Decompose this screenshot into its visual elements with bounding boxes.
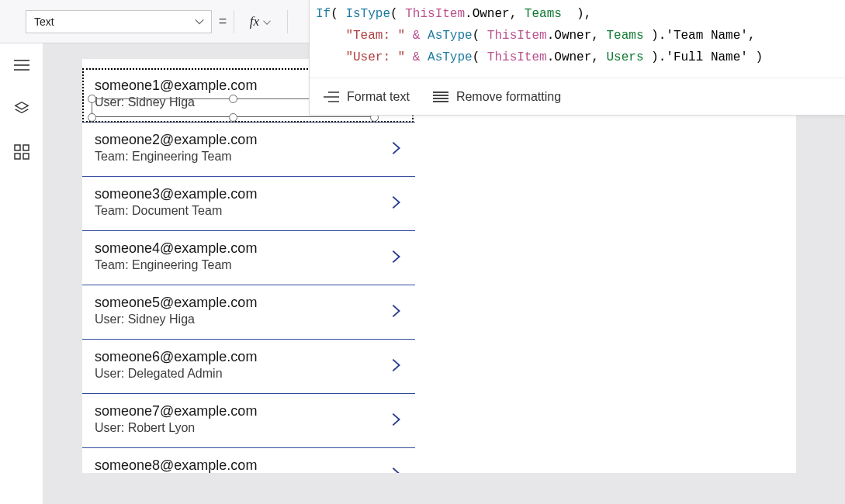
- svg-rect-11: [23, 145, 29, 150]
- row-subtitle: User: Sidney Higa: [95, 312, 403, 326]
- gallery[interactable]: someone1@example.comUser: Sidney Higasom…: [82, 68, 415, 473]
- row-subtitle: Team: Engineering Team: [95, 150, 403, 164]
- formula-panel: If( IsType( ThisItem.Owner, Teams ), "Te…: [309, 0, 845, 116]
- row-email: someone6@example.com: [95, 348, 403, 365]
- grid-icon: [14, 144, 29, 160]
- chevron-right-icon[interactable]: [387, 248, 404, 265]
- svg-rect-12: [15, 154, 20, 159]
- gallery-row[interactable]: someone4@example.comTeam: Engineering Te…: [82, 231, 415, 285]
- row-subtitle: Team: Document Team: [95, 204, 403, 218]
- chevron-right-icon[interactable]: [387, 411, 404, 428]
- format-text-label: Format text: [347, 90, 410, 104]
- format-text-icon: [324, 91, 339, 103]
- hamburger-icon: [14, 59, 29, 71]
- row-email: someone2@example.com: [95, 131, 403, 148]
- chevron-down-icon: [262, 18, 272, 27]
- gallery-row[interactable]: someone5@example.comUser: Sidney Higa: [82, 285, 415, 340]
- fx-button[interactable]: fx: [234, 10, 288, 33]
- property-selector-value: Text: [34, 16, 54, 28]
- chevron-right-icon[interactable]: [387, 465, 404, 473]
- remove-formatting-button[interactable]: Remove formatting: [433, 90, 561, 104]
- row-subtitle: User: Robert Lyon: [95, 421, 403, 435]
- equals-sign: =: [212, 13, 234, 29]
- svg-rect-13: [23, 154, 29, 159]
- tree-view-button[interactable]: [0, 87, 43, 130]
- row-email: someone3@example.com: [95, 185, 403, 202]
- remove-formatting-label: Remove formatting: [456, 90, 561, 104]
- row-email: someone5@example.com: [95, 294, 403, 311]
- row-email: someone4@example.com: [95, 240, 403, 257]
- gallery-row[interactable]: someone2@example.comTeam: Engineering Te…: [82, 123, 415, 177]
- format-text-button[interactable]: Format text: [324, 90, 410, 104]
- gallery-row[interactable]: someone8@example.com: [82, 448, 415, 473]
- row-subtitle: Team: Engineering Team: [95, 258, 403, 272]
- layers-icon: [13, 100, 30, 117]
- chevron-down-icon: [194, 16, 205, 27]
- chevron-right-icon[interactable]: [387, 140, 404, 157]
- chevron-right-icon[interactable]: [387, 194, 404, 211]
- chevron-right-icon[interactable]: [387, 302, 404, 319]
- fx-label: fx: [250, 14, 259, 29]
- app-canvas[interactable]: someone1@example.comUser: Sidney Higasom…: [82, 59, 796, 473]
- chevron-right-icon[interactable]: [387, 357, 404, 374]
- components-button[interactable]: [0, 130, 43, 174]
- formula-toolbar: Format text Remove formatting: [310, 78, 845, 115]
- gallery-row[interactable]: someone3@example.comTeam: Document Team: [82, 177, 415, 231]
- row-email: someone7@example.com: [95, 402, 403, 419]
- gallery-row[interactable]: someone7@example.comUser: Robert Lyon: [82, 394, 415, 448]
- left-rail: [0, 43, 43, 504]
- gallery-row[interactable]: someone6@example.comUser: Delegated Admi…: [82, 340, 415, 394]
- svg-rect-10: [15, 145, 20, 150]
- formula-editor[interactable]: If( IsType( ThisItem.Owner, Teams ), "Te…: [310, 0, 845, 78]
- row-email: someone8@example.com: [95, 457, 403, 473]
- row-subtitle: User: Delegated Admin: [95, 367, 403, 381]
- remove-formatting-icon: [433, 91, 448, 103]
- property-selector[interactable]: Text: [26, 10, 212, 33]
- hamburger-button[interactable]: [0, 43, 43, 87]
